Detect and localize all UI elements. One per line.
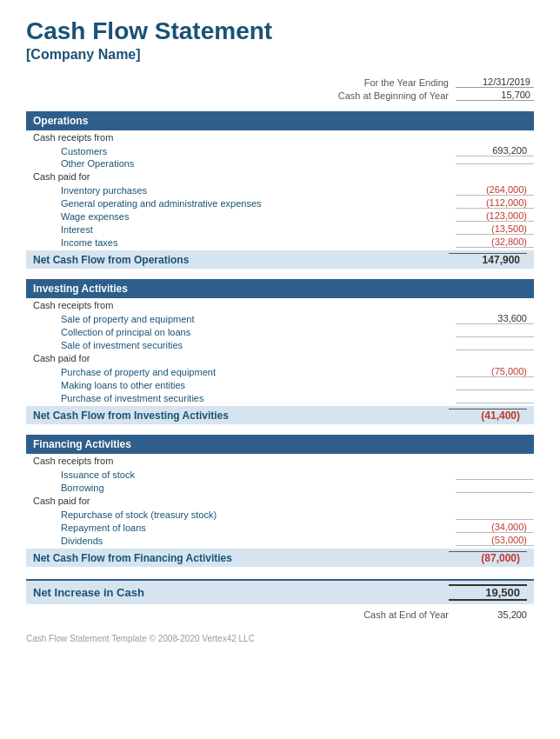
inv-purchase-prop-value: (75,000) <box>456 366 534 377</box>
fin-receipts-label: Cash receipts from <box>26 454 534 468</box>
period-value: 12/31/2019 <box>456 77 534 88</box>
inv-purchase-invest-value <box>456 392 534 403</box>
inv-sale-prop-value: 33,600 <box>456 313 534 324</box>
end-label: Cash at End of Year <box>363 609 449 620</box>
fin-borrowing-value <box>456 482 534 493</box>
fin-issuance-row: Issuance of stock <box>26 468 534 481</box>
fin-repayment-label: Repayment of loans <box>26 523 456 533</box>
inv-net-label: Net Cash Flow from Investing Activities <box>33 409 449 422</box>
ops-taxes-value: (32,800) <box>456 236 534 248</box>
inv-sale-invest-label: Sale of investment securities <box>26 340 456 350</box>
financing-header: Financing Activities <box>26 435 534 454</box>
fin-repurchase-value <box>456 509 534 520</box>
net-increase-row: Net Increase in Cash 19,500 <box>26 579 534 604</box>
inv-paid-label: Cash paid for <box>26 351 534 365</box>
net-increase-value: 19,500 <box>449 584 527 601</box>
fin-net-label: Net Cash Flow from Financing Activities <box>33 552 449 564</box>
ops-paid-label: Cash paid for <box>26 170 534 183</box>
inv-purchase-invest-row: Purchase of investment securities <box>26 391 534 404</box>
inv-purchase-prop-row: Purchase of property and equipment (75,0… <box>26 365 534 378</box>
header-period-row: For the Year Ending 12/31/2019 <box>26 77 534 88</box>
period-label: For the Year Ending <box>364 77 449 88</box>
fin-net-value: (87,000) <box>449 551 527 564</box>
ops-wage-row: Wage expenses (123,000) <box>26 210 534 223</box>
end-value: 35,200 <box>456 609 534 620</box>
inv-net-row: Net Cash Flow from Investing Activities … <box>26 406 534 424</box>
beginning-label: Cash at Beginning of Year <box>338 90 449 101</box>
inv-receipts-label: Cash receipts from <box>26 298 534 312</box>
net-increase-label: Net Increase in Cash <box>33 586 449 599</box>
fin-dividends-row: Dividends (53,000) <box>26 534 534 547</box>
fin-dividends-label: Dividends <box>26 536 456 546</box>
ops-gen-admin-value: (112,000) <box>456 197 534 209</box>
inv-purchase-prop-label: Purchase of property and equipment <box>26 367 456 377</box>
beginning-value: 15,700 <box>456 90 534 101</box>
ops-customers-label: Customers <box>26 146 456 156</box>
company-name: [Company Name] <box>26 47 534 63</box>
fin-repurchase-label: Repurchase of stock (treasury stock) <box>26 509 456 520</box>
inv-net-value: (41,400) <box>449 409 527 422</box>
ops-wage-value: (123,000) <box>456 210 534 222</box>
ops-net-value: 147,900 <box>449 253 527 266</box>
fin-dividends-value: (53,000) <box>456 535 534 546</box>
inv-sale-prop-row: Sale of property and equipment 33,600 <box>26 312 534 325</box>
fin-repayment-row: Repayment of loans (34,000) <box>26 521 534 534</box>
inv-loans-label: Making loans to other entities <box>26 380 456 390</box>
fin-borrowing-label: Borrowing <box>26 483 456 493</box>
fin-net-row: Net Cash Flow from Financing Activities … <box>26 549 534 567</box>
inv-purchase-invest-label: Purchase of investment securities <box>26 393 456 403</box>
footer: Cash Flow Statement Template © 2008-2020… <box>26 634 534 643</box>
fin-issuance-label: Issuance of stock <box>26 469 456 480</box>
fin-repurchase-row: Repurchase of stock (treasury stock) <box>26 508 534 521</box>
inv-loans-value <box>456 379 534 390</box>
ops-wage-label: Wage expenses <box>26 211 456 222</box>
ops-receipts-label: Cash receipts from <box>26 130 534 144</box>
end-row: Cash at End of Year 35,200 <box>26 609 534 620</box>
fin-borrowing-row: Borrowing <box>26 481 534 494</box>
header-beginning-row: Cash at Beginning of Year 15,700 <box>26 90 534 101</box>
ops-net-row: Net Cash Flow from Operations 147,900 <box>26 250 534 269</box>
page-title: Cash Flow Statement <box>26 17 534 45</box>
investing-header: Investing Activities <box>26 279 534 298</box>
fin-repayment-value: (34,000) <box>456 522 534 533</box>
ops-other-label: Other Operations <box>26 158 456 169</box>
ops-customers-row: Customers 693,200 <box>26 144 534 157</box>
ops-other-row: Other Operations <box>26 157 534 170</box>
operations-header: Operations <box>26 111 534 130</box>
ops-taxes-row: Income taxes (32,800) <box>26 236 534 249</box>
ops-other-value <box>456 163 534 164</box>
inv-loans-row: Making loans to other entities <box>26 378 534 391</box>
ops-net-label: Net Cash Flow from Operations <box>33 254 449 266</box>
ops-taxes-label: Income taxes <box>26 237 456 248</box>
ops-interest-row: Interest (13,500) <box>26 223 534 236</box>
ops-interest-label: Interest <box>26 224 456 235</box>
ops-inventory-label: Inventory purchases <box>26 185 456 196</box>
ops-customers-value: 693,200 <box>456 145 534 156</box>
inv-sale-prop-label: Sale of property and equipment <box>26 314 456 324</box>
inv-sale-invest-row: Sale of investment securities <box>26 338 534 351</box>
ops-gen-admin-label: General operating and administrative exp… <box>26 198 456 209</box>
inv-sale-invest-value <box>456 339 534 350</box>
inv-collection-row: Collection of principal on loans <box>26 325 534 338</box>
inv-collection-label: Collection of principal on loans <box>26 327 456 337</box>
ops-inventory-row: Inventory purchases (264,000) <box>26 183 534 196</box>
fin-issuance-value <box>456 469 534 480</box>
fin-paid-label: Cash paid for <box>26 494 534 508</box>
ops-interest-value: (13,500) <box>456 223 534 235</box>
inv-collection-value <box>456 326 534 337</box>
ops-inventory-value: (264,000) <box>456 184 534 196</box>
ops-gen-admin-row: General operating and administrative exp… <box>26 196 534 210</box>
